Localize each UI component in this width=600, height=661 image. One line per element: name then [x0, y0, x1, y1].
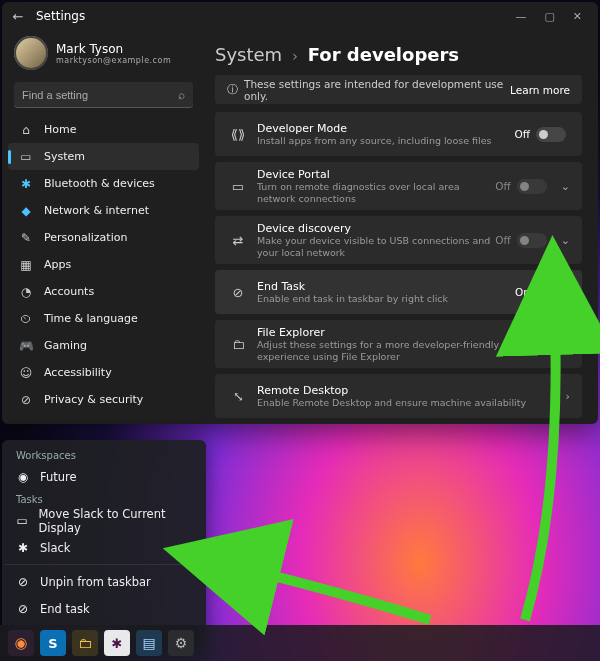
toggle-developer-mode[interactable] [536, 127, 566, 142]
window-controls: — ▢ ✕ [515, 10, 592, 23]
profile-name: Mark Tyson [56, 42, 171, 56]
nav-apps[interactable]: ▦Apps [8, 251, 199, 278]
ctx-label: Move Slack to Current Display [38, 507, 192, 535]
warning-banner: ⓘ These settings are intended for develo… [215, 75, 582, 104]
ctx-move-display[interactable]: ▭Move Slack to Current Display [2, 507, 206, 534]
banner-text: These settings are intended for developm… [244, 78, 510, 102]
wifi-icon: ◆ [18, 204, 34, 218]
nav-gaming[interactable]: 🎮Gaming [8, 332, 199, 359]
folder-icon: 🗀 [227, 337, 249, 352]
nav-label: Gaming [44, 339, 87, 352]
code-icon: ⟪⟫ [227, 127, 249, 142]
card-remote-desktop[interactable]: ⤡ Remote DesktopEnable Remote Desktop an… [215, 374, 582, 418]
nav-label: Accessibility [44, 366, 112, 379]
unpin-icon: ⊘ [16, 575, 30, 589]
ctx-slack[interactable]: ✱Slack [2, 534, 206, 561]
separator [4, 564, 204, 565]
discovery-icon: ⇄ [227, 233, 249, 248]
nav-time[interactable]: ⏲Time & language [8, 305, 199, 332]
page-title: For developers [308, 44, 459, 65]
taskbar-notepad[interactable]: ▤ [136, 630, 162, 656]
nav-network[interactable]: ◆Network & internet [8, 197, 199, 224]
skype-icon: S [48, 636, 57, 651]
accessibility-icon: ☺ [18, 366, 34, 380]
breadcrumb: System › For developers [215, 30, 582, 75]
firefox-icon: ◉ [14, 634, 27, 652]
ctx-label: End task [40, 602, 90, 616]
info-icon: ⓘ [227, 82, 238, 97]
card-title: Device discovery [257, 222, 495, 235]
card-device-discovery[interactable]: ⇄ Device discoveryMake your device visib… [215, 216, 582, 264]
learn-more-link[interactable]: Learn more [510, 84, 570, 96]
chevron-right-icon[interactable]: › [566, 390, 570, 403]
card-end-task[interactable]: ⊘ End TaskEnable end task in taskbar by … [215, 270, 582, 314]
taskbar-slack[interactable]: ✱ [104, 630, 130, 656]
card-device-portal[interactable]: ▭ Device PortalTurn on remote diagnostic… [215, 162, 582, 210]
nav-list: ⌂Home ▭System ✱Bluetooth & devices ◆Netw… [2, 116, 205, 413]
card-file-explorer[interactable]: 🗀 File ExplorerAdjust these settings for… [215, 320, 582, 368]
nav-label: Accounts [44, 285, 94, 298]
ctx-workspace-future[interactable]: ◉Future [2, 463, 206, 490]
nav-personalization[interactable]: ✎Personalization [8, 224, 199, 251]
profile[interactable]: Mark Tyson marktyson@example.com [2, 30, 205, 78]
ctx-label: Future [40, 470, 77, 484]
taskbar-context-menu: Workspaces ◉Future Tasks ▭Move Slack to … [2, 440, 206, 655]
nav-label: Apps [44, 258, 71, 271]
card-developer-mode[interactable]: ⟪⟫ Developer ModeInstall apps from any s… [215, 112, 582, 156]
nav-home[interactable]: ⌂Home [8, 116, 199, 143]
toggle-end-task[interactable] [536, 285, 566, 300]
search-box[interactable]: ⌕ [14, 82, 193, 108]
search-icon: ⌕ [178, 88, 185, 102]
ctx-unpin[interactable]: ⊘Unpin from taskbar [2, 568, 206, 595]
state-label: On [515, 286, 530, 298]
card-title: Developer Mode [257, 122, 515, 135]
maximize-button[interactable]: ▢ [544, 10, 554, 23]
nav-label: Personalization [44, 231, 127, 244]
avatar [14, 36, 48, 70]
card-title: File Explorer [257, 326, 551, 339]
card-title: Remote Desktop [257, 384, 556, 397]
remote-icon: ⤡ [227, 389, 249, 404]
gaming-icon: 🎮 [18, 339, 34, 353]
home-icon: ⌂ [18, 123, 34, 137]
nav-system[interactable]: ▭System [8, 143, 199, 170]
nav-label: Privacy & security [44, 393, 143, 406]
card-title: Device Portal [257, 168, 495, 181]
ctx-header-tasks: Tasks [2, 490, 206, 507]
state-label: Off [515, 128, 531, 140]
nav-accessibility[interactable]: ☺Accessibility [8, 359, 199, 386]
card-desc: Make your device visible to USB connecti… [257, 235, 495, 259]
nav-label: Time & language [44, 312, 138, 325]
taskbar-settings[interactable]: ⚙ [168, 630, 194, 656]
chevron-down-icon[interactable]: ⌄ [561, 234, 570, 247]
taskbar: ◉ S 🗀 ✱ ▤ ⚙ [0, 625, 600, 661]
nav-bluetooth[interactable]: ✱Bluetooth & devices [8, 170, 199, 197]
card-desc: Adjust these settings for a more develop… [257, 339, 551, 363]
profile-subtitle: marktyson@example.com [56, 56, 171, 65]
workspace-icon: ◉ [16, 470, 30, 484]
ctx-header-workspaces: Workspaces [2, 446, 206, 463]
minimize-button[interactable]: — [515, 10, 526, 23]
card-title: End Task [257, 280, 515, 293]
taskbar-explorer[interactable]: 🗀 [72, 630, 98, 656]
close-button[interactable]: ✕ [573, 10, 582, 23]
back-button[interactable]: ← [8, 9, 28, 24]
chevron-down-icon[interactable]: ⌄ [561, 180, 570, 193]
state-label: Off [495, 180, 511, 192]
taskbar-skype[interactable]: S [40, 630, 66, 656]
nav-accounts[interactable]: ◔Accounts [8, 278, 199, 305]
system-icon: ▭ [18, 150, 34, 164]
chevron-right-icon: › [292, 48, 298, 64]
taskbar-firefox[interactable]: ◉ [8, 630, 34, 656]
shield-icon: ⊘ [18, 393, 34, 407]
content: System › For developers ⓘ These settings… [205, 30, 598, 424]
ctx-end-task[interactable]: ⊘End task [2, 595, 206, 622]
portal-icon: ▭ [227, 179, 249, 194]
clock-icon: ⏲ [18, 312, 34, 326]
chevron-down-icon[interactable]: ⌄ [561, 338, 570, 351]
search-input[interactable] [22, 89, 178, 101]
nav-label: Network & internet [44, 204, 149, 217]
nav-privacy[interactable]: ⊘Privacy & security [8, 386, 199, 413]
nav-label: System [44, 150, 85, 163]
breadcrumb-section[interactable]: System [215, 44, 282, 65]
